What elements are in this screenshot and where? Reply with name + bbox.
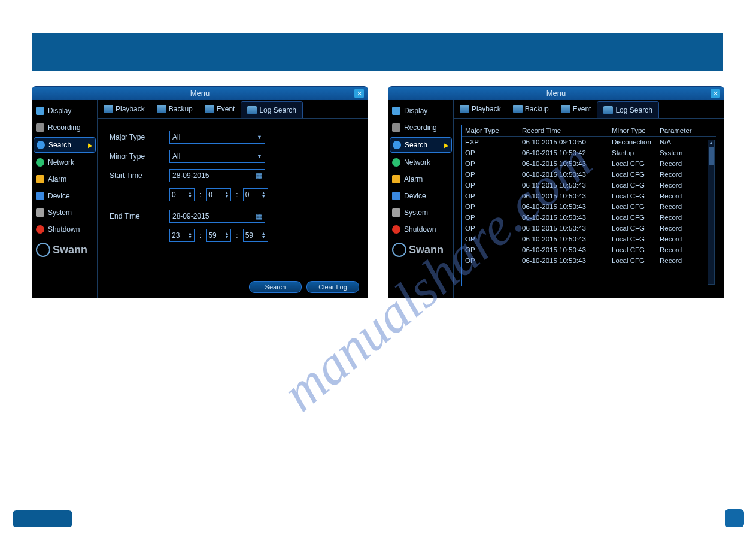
sidebar-item-label: System (404, 208, 428, 217)
sidebar-item-label: Shutdown (404, 225, 436, 234)
cell-c4: N/A (660, 138, 712, 146)
time-sep: : (199, 231, 201, 240)
tab-event[interactable]: Event (555, 100, 597, 118)
table-row[interactable]: OP06-10-2015 10:50:43Local CFGRecord (462, 244, 716, 255)
tab-log-search[interactable]: Log Search (241, 101, 302, 118)
col-minor-type[interactable]: Minor Type (612, 127, 660, 134)
cell-c2: 06-10-2015 10:50:43 (522, 235, 612, 243)
table-row[interactable]: EXP06-10-2015 09:10:50DisconectionN/A (462, 137, 716, 147)
table-row[interactable]: OP06-10-2015 10:50:43Local CFGRecord (462, 201, 716, 212)
sidebar-item-recording[interactable]: Recording (388, 119, 453, 136)
start-min-spinner[interactable]: 0▲▼ (206, 188, 231, 201)
table-row[interactable]: OP06-10-2015 10:50:43Local CFGRecord (462, 234, 716, 244)
cell-c3: Local CFG (612, 182, 660, 189)
search-button[interactable]: Search (249, 281, 302, 293)
col-record-time[interactable]: Record Time (522, 127, 612, 134)
window-close-button[interactable]: ✕ (711, 89, 720, 98)
scroll-thumb[interactable] (709, 147, 714, 165)
sidebar-item-label: Network (404, 158, 430, 167)
sidebar-item-network[interactable]: Network (32, 154, 97, 171)
sidebar-item-label: Search (48, 141, 71, 149)
sidebar-item-device[interactable]: Device (388, 188, 453, 204)
table-row[interactable]: OP06-10-2015 10:50:43Local CFGRecord (462, 223, 716, 234)
cell-c1: OP (465, 203, 522, 210)
sidebar-item-label: Recording (404, 123, 437, 132)
col-major-type[interactable]: Major Type (465, 127, 522, 134)
window-close-button[interactable]: ✕ (354, 89, 364, 98)
end-date-input[interactable]: 28-09-2015 ▦ (169, 210, 265, 223)
sidebar-item-alarm[interactable]: Alarm (388, 171, 453, 188)
window-title: Menu (190, 89, 210, 98)
calendar-icon: ▦ (256, 171, 262, 180)
table-scrollbar[interactable]: ▲ (708, 140, 715, 285)
cell-c4: Record (660, 160, 712, 167)
scroll-up-icon[interactable]: ▲ (708, 140, 714, 146)
cell-c1: OP (465, 149, 522, 156)
minor-type-select[interactable]: All ▼ (169, 150, 265, 163)
sidebar-item-display[interactable]: Display (388, 102, 453, 119)
sidebar-item-device[interactable]: Device (32, 188, 97, 204)
chevron-down-icon: ▼ (257, 134, 262, 140)
sidebar-item-label: Shutdown (48, 225, 80, 234)
sidebar-item-alarm[interactable]: Alarm (32, 171, 97, 188)
sidebar-item-system[interactable]: System (32, 204, 97, 221)
log-search-form: Major Type All ▼ Minor Type All ▼ Start … (98, 119, 368, 262)
brand-logo: Swann (388, 238, 453, 262)
sidebar-item-system[interactable]: System (388, 204, 453, 221)
tab-log-search[interactable]: Log Search (597, 101, 658, 118)
tab-playback[interactable]: Playback (98, 100, 151, 118)
tab-backup[interactable]: Backup (507, 100, 555, 118)
end-min-value: 59 (208, 231, 216, 240)
sidebar-item-label: Display (404, 107, 427, 115)
end-min-spinner[interactable]: 59▲▼ (206, 229, 231, 242)
table-row[interactable]: OP06-10-2015 10:50:42StartupSystem (462, 147, 716, 158)
tab-thumbnail-icon (157, 105, 166, 113)
end-sec-value: 59 (245, 231, 253, 240)
sidebar-item-display[interactable]: Display (32, 102, 97, 119)
cell-c2: 06-10-2015 10:50:43 (522, 214, 612, 221)
start-date-input[interactable]: 28-09-2015 ▦ (169, 169, 265, 182)
sidebar-item-search[interactable]: Search▶ (390, 137, 452, 153)
sidebar-item-network[interactable]: Network (388, 154, 453, 171)
tab-event[interactable]: Event (199, 100, 241, 118)
minor-type-value: All (172, 152, 180, 161)
shutdown-icon (36, 225, 44, 234)
table-row[interactable]: OP06-10-2015 10:50:43Local CFGRecord (462, 212, 716, 223)
major-type-select[interactable]: All ▼ (169, 131, 265, 144)
sidebar-item-search[interactable]: Search▶ (34, 137, 96, 153)
spinner-arrows-icon: ▲▼ (224, 191, 229, 198)
table-row[interactable]: OP06-10-2015 10:50:43Local CFGRecord (462, 191, 716, 201)
start-min-value: 0 (208, 191, 212, 199)
table-row[interactable]: OP06-10-2015 10:50:43Local CFGRecord (462, 255, 716, 266)
calendar-icon: ▦ (256, 212, 262, 220)
tab-thumbnail-icon (561, 105, 570, 113)
clear-log-button[interactable]: Clear Log (306, 281, 359, 293)
page-footer-pill (13, 510, 72, 527)
start-sec-spinner[interactable]: 0▲▼ (243, 188, 268, 201)
end-sec-spinner[interactable]: 59▲▼ (243, 229, 268, 242)
sidebar-item-label: Recording (48, 123, 81, 132)
search-icon (37, 141, 45, 149)
col-parameter[interactable]: Parameter (660, 127, 712, 134)
search-icon (393, 141, 401, 149)
start-hour-spinner[interactable]: 0▲▼ (169, 188, 195, 201)
sidebar-item-recording[interactable]: Recording (32, 119, 97, 136)
tab-playback[interactable]: Playback (454, 100, 507, 118)
cell-c1: OP (465, 257, 522, 264)
sidebar-item-shutdown[interactable]: Shutdown (32, 221, 97, 238)
cell-c2: 06-10-2015 10:50:43 (522, 225, 612, 232)
table-row[interactable]: OP06-10-2015 10:50:43Local CFGRecord (462, 180, 716, 191)
sidebar-item-label: Device (48, 192, 70, 200)
cell-c2: 06-10-2015 10:50:43 (522, 246, 612, 253)
sidebar-item-label: System (48, 208, 72, 217)
tabs-row: PlaybackBackupEventLog Search (98, 100, 368, 119)
cell-c2: 06-10-2015 10:50:43 (522, 203, 612, 210)
tab-backup[interactable]: Backup (151, 100, 199, 118)
cell-c1: OP (465, 182, 522, 189)
table-row[interactable]: OP06-10-2015 10:50:43Local CFGRecord (462, 169, 716, 180)
sidebar-item-shutdown[interactable]: Shutdown (388, 221, 453, 238)
table-row[interactable]: OP06-10-2015 10:50:43Local CFGRecord (462, 158, 716, 169)
end-date-value: 28-09-2015 (172, 212, 209, 220)
end-hour-spinner[interactable]: 23▲▼ (169, 229, 195, 242)
brand-name: Swann (53, 244, 87, 256)
